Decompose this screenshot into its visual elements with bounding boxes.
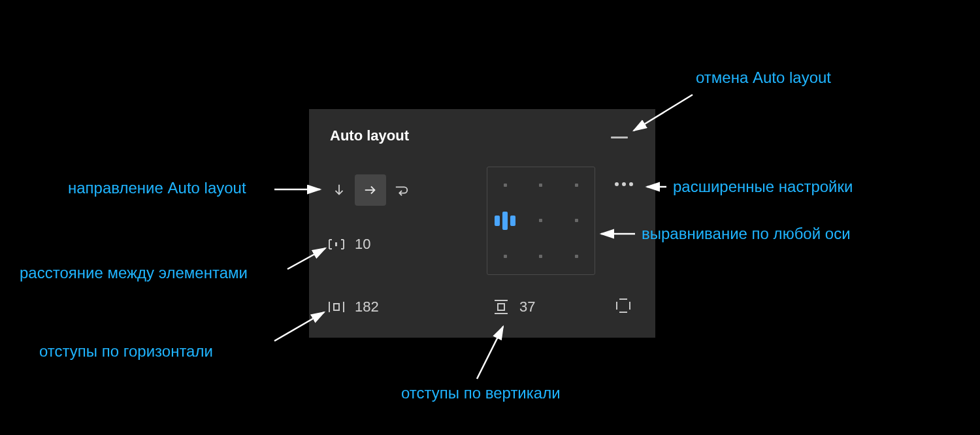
anno-direction: направление Auto layout [68, 179, 246, 197]
horizontal-padding-field[interactable]: 182 [327, 298, 379, 315]
align-middle-center-dot[interactable] [539, 219, 542, 222]
spacing-field[interactable]: 10 [327, 236, 370, 253]
align-top-left-dot[interactable] [504, 184, 507, 187]
svg-rect-2 [335, 242, 337, 246]
align-bottom-left-dot[interactable] [504, 255, 507, 258]
align-top-right-dot[interactable] [575, 184, 578, 187]
direction-group [323, 174, 417, 206]
dot-icon [615, 182, 619, 186]
dot-icon [629, 182, 633, 186]
direction-vertical-button[interactable] [323, 174, 355, 206]
alignment-grid[interactable] [487, 167, 595, 275]
anno-alignment: выравнивание по любой оси [642, 225, 851, 243]
anno-spacing: расстояние между элементами [20, 264, 248, 282]
spacing-value[interactable]: 10 [355, 236, 370, 253]
vertical-padding-icon [492, 298, 510, 315]
align-bottom-center-dot[interactable] [539, 255, 542, 258]
auto-layout-panel: Auto layout [309, 109, 655, 338]
spacing-icon [327, 237, 346, 251]
horizontal-padding-icon [327, 300, 346, 314]
panel-title: Auto layout [330, 127, 409, 144]
anno-vpadding: отступы по вертикали [401, 384, 561, 402]
direction-wrap-button[interactable] [386, 174, 417, 206]
anno-remove: отмена Auto layout [696, 69, 831, 87]
dot-icon [622, 182, 626, 186]
independent-padding-button[interactable] [613, 296, 633, 315]
anno-advanced: расширенные настройки [673, 178, 853, 196]
svg-rect-4 [334, 304, 339, 310]
vertical-padding-field[interactable]: 37 [492, 298, 535, 315]
align-middle-right-dot[interactable] [575, 219, 578, 222]
align-top-center-dot[interactable] [539, 184, 542, 187]
align-bottom-right-dot[interactable] [575, 255, 578, 258]
advanced-settings-button[interactable] [615, 182, 633, 186]
remove-auto-layout-button[interactable] [611, 137, 628, 138]
align-middle-left-active[interactable] [495, 212, 515, 230]
horizontal-padding-value[interactable]: 182 [355, 298, 379, 315]
direction-horizontal-button[interactable] [355, 174, 386, 206]
svg-rect-7 [498, 304, 504, 310]
anno-hpadding: отступы по горизонтали [39, 342, 213, 361]
vertical-padding-value[interactable]: 37 [519, 298, 535, 315]
